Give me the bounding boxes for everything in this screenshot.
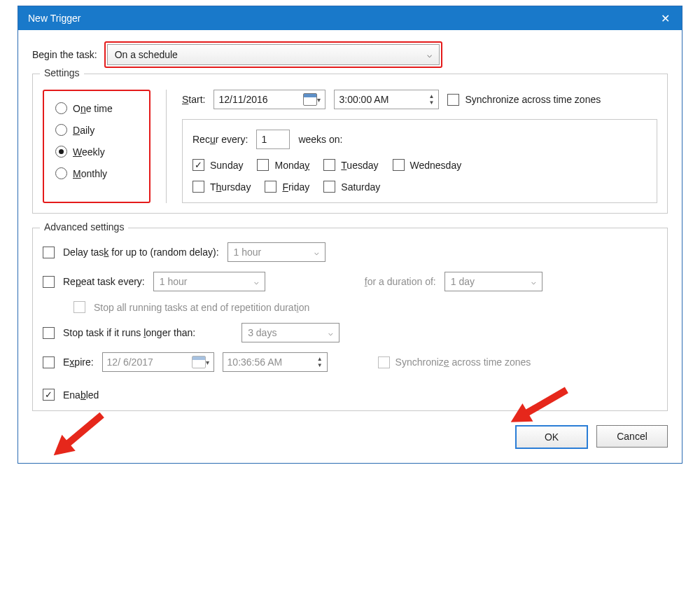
chevron-down-icon: ⌵ xyxy=(314,248,319,257)
radio-one-time[interactable]: One time xyxy=(55,102,132,114)
calendar-icon xyxy=(192,356,206,368)
repeat-duration-label: for a duration of: xyxy=(365,276,436,287)
checkbox-icon xyxy=(393,159,405,171)
checkbox-icon xyxy=(265,181,276,193)
ok-button-label: OK xyxy=(545,431,559,443)
frequency-radios: One time Daily Weekly Monthly xyxy=(50,95,144,186)
expire-date-picker[interactable]: 12/ 6/2017 ▾ xyxy=(102,352,214,372)
frequency-highlight: One time Daily Weekly Monthly xyxy=(43,90,150,203)
dialog-buttons: OK Cancel xyxy=(32,425,668,449)
expire-label: Expire: xyxy=(63,356,94,368)
stop-long-value: 3 days xyxy=(248,327,276,338)
chevron-down-icon: ⌵ xyxy=(427,50,432,60)
start-date-value: 12/11/2016 xyxy=(218,94,267,105)
day-thursday[interactable]: Thursday xyxy=(192,181,251,193)
begin-task-highlight: On a schedule ⌵ xyxy=(104,41,442,68)
delay-select[interactable]: 1 hour ⌵ xyxy=(227,242,326,262)
chevron-down-icon: ⌵ xyxy=(328,328,333,338)
close-button[interactable]: ✕ xyxy=(648,6,682,30)
checkbox-icon xyxy=(192,181,204,193)
delay-checkbox[interactable] xyxy=(43,247,55,258)
cancel-button[interactable]: Cancel xyxy=(596,425,668,448)
chevron-down-icon: ⌵ xyxy=(531,277,536,286)
recur-label-post: weeks on: xyxy=(298,134,342,145)
settings-group: Settings One time Daily xyxy=(32,74,668,214)
sync-timezone-checkbox[interactable]: Synchronize across time zones xyxy=(447,94,601,106)
enabled-checkbox[interactable] xyxy=(43,389,55,401)
begin-task-label: Begin the task: xyxy=(32,49,97,60)
begin-row: Begin the task: On a schedule ⌵ xyxy=(32,41,668,68)
advanced-group-title: Advanced settings xyxy=(40,221,128,233)
expire-time-value: 10:36:56 AM xyxy=(227,356,283,368)
start-label: Start: xyxy=(182,94,205,105)
stepper-icon: ▲▼ xyxy=(429,94,435,105)
radio-icon xyxy=(55,124,67,136)
stop-long-checkbox[interactable] xyxy=(43,327,55,339)
start-panel: Start: 12/11/2016 ▾ 3:00:00 AM ▲▼ xyxy=(182,90,657,203)
recurrence-panel: Recur every: 1 weeks on: Sunday xyxy=(182,119,657,203)
expire-time-input[interactable]: 10:36:56 AM ▲▼ xyxy=(223,352,328,372)
cancel-button-label: Cancel xyxy=(617,431,648,442)
radio-icon xyxy=(55,146,67,158)
stop-long-select[interactable]: 3 days ⌵ xyxy=(241,323,340,342)
day-sunday[interactable]: Sunday xyxy=(192,159,243,171)
day-saturday[interactable]: Saturday xyxy=(323,181,380,193)
settings-group-title: Settings xyxy=(40,67,84,78)
start-time-input[interactable]: 3:00:00 AM ▲▼ xyxy=(334,90,439,109)
expire-sync-checkbox: Synchronize across time zones xyxy=(378,356,531,368)
radio-daily[interactable]: Daily xyxy=(55,124,132,136)
checkbox-icon xyxy=(323,159,335,171)
checkbox-icon xyxy=(257,159,269,171)
expire-sync-label: Synchronize across time zones xyxy=(396,356,531,368)
stepper-icon: ▲▼ xyxy=(317,356,323,368)
stop-long-label: Stop task if it runs longer than: xyxy=(63,327,195,338)
day-monday[interactable]: Monday xyxy=(257,159,309,171)
radio-monthly[interactable]: Monthly xyxy=(55,167,132,179)
radio-icon xyxy=(55,167,67,179)
checkbox-icon xyxy=(323,181,335,193)
calendar-icon xyxy=(303,93,317,106)
window-title: New Trigger xyxy=(28,13,80,24)
repeat-select[interactable]: 1 hour ⌵ xyxy=(153,272,265,291)
sync-timezone-label: Synchronize across time zones xyxy=(465,94,601,105)
vertical-divider xyxy=(166,90,167,203)
repeat-value: 1 hour xyxy=(160,276,188,287)
recur-label-pre: Recur every: xyxy=(192,134,248,145)
enabled-label: Enabled xyxy=(63,389,99,401)
client-area: Begin the task: On a schedule ⌵ Settings… xyxy=(18,30,682,463)
checkbox-icon xyxy=(192,159,204,171)
expire-checkbox[interactable] xyxy=(43,356,55,368)
repeat-checkbox[interactable] xyxy=(43,276,55,288)
begin-task-value: On a schedule xyxy=(115,49,178,60)
day-friday[interactable]: Friday xyxy=(265,181,309,193)
checkbox-icon xyxy=(447,94,459,106)
start-date-picker[interactable]: 12/11/2016 ▾ xyxy=(214,90,326,109)
recur-every-input[interactable]: 1 xyxy=(256,130,290,149)
repeat-label: Repeat task every: xyxy=(63,276,145,287)
chevron-down-icon: ⌵ xyxy=(254,277,259,286)
recur-every-value: 1 xyxy=(261,134,267,145)
stop-repetition-label: Stop all running tasks at end of repetit… xyxy=(94,302,309,313)
close-icon: ✕ xyxy=(661,12,670,25)
ok-button[interactable]: OK xyxy=(515,425,588,449)
stop-repetition-checkbox xyxy=(74,301,85,313)
expire-date-value: 12/ 6/2017 xyxy=(107,356,153,368)
repeat-duration-select[interactable]: 1 day ⌵ xyxy=(444,272,542,291)
delay-label: Delay task for up to (random delay): xyxy=(63,247,219,258)
checkbox-icon xyxy=(378,356,390,368)
begin-task-select[interactable]: On a schedule ⌵ xyxy=(107,44,440,65)
chevron-down-icon: ▾ xyxy=(206,359,209,366)
radio-icon xyxy=(55,102,67,114)
chevron-down-icon: ▾ xyxy=(317,96,321,104)
titlebar: New Trigger ✕ xyxy=(18,6,682,30)
radio-weekly[interactable]: Weekly xyxy=(55,146,132,158)
day-tuesday[interactable]: Tuesday xyxy=(323,159,378,171)
day-wednesday[interactable]: Wednesday xyxy=(393,159,462,171)
start-time-value: 3:00:00 AM xyxy=(339,94,388,105)
repeat-duration-value: 1 day xyxy=(451,276,475,287)
delay-value: 1 hour xyxy=(234,247,262,258)
new-trigger-dialog: New Trigger ✕ Begin the task: On a sched… xyxy=(18,6,682,464)
advanced-group: Advanced settings Delay task for up to (… xyxy=(32,228,668,411)
